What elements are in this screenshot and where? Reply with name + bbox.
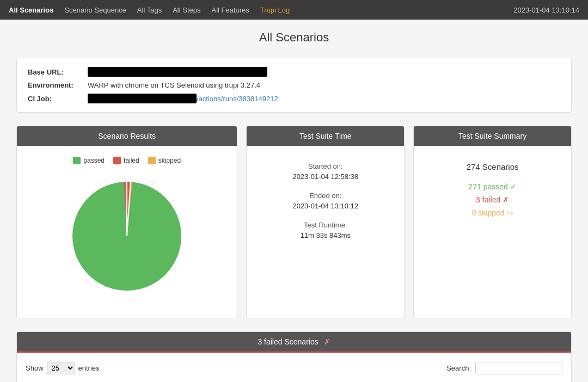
main-content: All Scenarios Base URL: Environment: WAR… <box>0 20 588 382</box>
table-controls: Show 10 25 50 100 entries Search: <box>26 362 562 374</box>
test-suite-summary-card: Test Suite Summary 274 Scenarios 271 pas… <box>413 126 572 318</box>
scenario-results-body: passed failed skipped <box>17 146 237 318</box>
failed-header-x: ✗ <box>324 337 330 346</box>
scenario-results-card: Scenario Results passed failed skipped <box>16 126 237 318</box>
runtime-section: Test Runtime: 11m 33s 843ms <box>258 221 393 239</box>
summary-card-header: Test Suite Summary <box>414 126 571 146</box>
summary-passed: 271 passed ✓ <box>425 182 560 191</box>
ci-job-row: CI Job: /actions/runs/3838149212 <box>28 94 560 103</box>
failed-body: Show 10 25 50 100 entries Search: <box>17 353 571 382</box>
nav-scenario-sequence[interactable]: Scenario Sequence <box>64 6 126 14</box>
entries-select[interactable]: 10 25 50 100 <box>47 362 75 374</box>
environment-row: Environment: WARP with chrome on TCS Sel… <box>28 81 560 89</box>
runtime-label: Test Runtime: <box>258 221 393 229</box>
legend-skipped: skipped <box>148 157 181 164</box>
summary-passed-text: 271 passed <box>468 182 507 191</box>
summary-failed-x: ✗ <box>503 195 509 204</box>
summary-skipped: 0 skipped ↪ <box>425 208 560 217</box>
failed-section: 3 failed Scenarios ✗ Show 10 25 50 100 e… <box>16 331 572 382</box>
nav-timestamp: 2023-01-04 13:10:14 <box>513 6 579 14</box>
summary-passed-check: ✓ <box>510 182 517 191</box>
summary-skipped-arrow: ↪ <box>507 208 513 217</box>
page-title: All Scenarios <box>16 30 572 45</box>
started-value: 2023-01-04 12:58:38 <box>258 172 393 181</box>
pie-legend: passed failed skipped <box>28 157 226 164</box>
ended-value: 2023-01-04 13:10:12 <box>258 202 393 210</box>
scenario-results-header: Scenario Results <box>17 126 237 146</box>
environment-value: WARP with chrome on TCS Selenoid using t… <box>88 81 260 89</box>
time-card-body: Started on: 2023-01-04 12:58:38 Ended on… <box>247 146 404 267</box>
time-card-header: Test Suite Time <box>247 126 404 146</box>
info-panel: Base URL: Environment: WARP with chrome … <box>16 58 572 113</box>
ci-job-label: CI Job: <box>28 95 88 103</box>
legend-passed-dot <box>73 157 81 164</box>
base-url-value <box>88 67 267 77</box>
entries-label: entries <box>78 364 100 372</box>
summary-skipped-text: 0 skipped <box>472 208 505 217</box>
runtime-value: 11m 33s 843ms <box>258 231 393 239</box>
environment-label: Environment: <box>28 81 88 89</box>
legend-passed-label: passed <box>83 157 105 164</box>
show-entries: Show 10 25 50 100 entries <box>26 362 100 374</box>
nav-trupi-log[interactable]: Trupi Log <box>260 6 290 14</box>
nav-all-features[interactable]: All Features <box>211 6 249 14</box>
pie-chart-container <box>28 171 226 307</box>
search-label: Search: <box>446 364 471 372</box>
stats-row: Scenario Results passed failed skipped <box>16 126 572 318</box>
ci-job-link[interactable]: /actions/runs/3838149212 <box>197 95 278 103</box>
ended-label: Ended on: <box>258 192 393 200</box>
started-section: Started on: 2023-01-04 12:58:38 <box>258 162 393 181</box>
summary-total: 274 Scenarios <box>425 162 560 171</box>
test-suite-time-card: Test Suite Time Started on: 2023-01-04 1… <box>246 126 405 318</box>
ended-section: Ended on: 2023-01-04 13:10:12 <box>258 192 393 210</box>
summary-failed: 3 failed ✗ <box>425 195 560 204</box>
nav-all-tags[interactable]: All Tags <box>137 6 162 14</box>
legend-skipped-dot <box>148 157 156 164</box>
nav-links: All Scenarios Scenario Sequence All Tags… <box>9 6 290 14</box>
failed-header: 3 failed Scenarios ✗ <box>17 332 571 353</box>
search-input[interactable] <box>475 362 562 374</box>
legend-failed-dot <box>113 157 121 164</box>
legend-skipped-label: skipped <box>158 157 181 164</box>
legend-passed: passed <box>73 157 105 164</box>
base-url-row: Base URL: <box>28 67 560 77</box>
nav-all-steps[interactable]: All Steps <box>173 6 200 14</box>
summary-card-body: 274 Scenarios 271 passed ✓ 3 failed ✗ 0 … <box>414 146 571 238</box>
failed-header-text: 3 failed Scenarios <box>258 337 318 346</box>
ci-job-redacted <box>88 94 197 103</box>
search-container: Search: <box>446 362 562 374</box>
pie-chart <box>67 176 187 296</box>
legend-failed-label: failed <box>124 157 139 164</box>
summary-failed-text: 3 failed <box>476 195 500 204</box>
legend-failed: failed <box>113 157 139 164</box>
nav-all-scenarios[interactable]: All Scenarios <box>9 6 53 14</box>
base-url-label: Base URL: <box>28 68 88 76</box>
top-navigation: All Scenarios Scenario Sequence All Tags… <box>0 0 588 20</box>
show-label: Show <box>26 364 44 372</box>
started-label: Started on: <box>258 162 393 170</box>
